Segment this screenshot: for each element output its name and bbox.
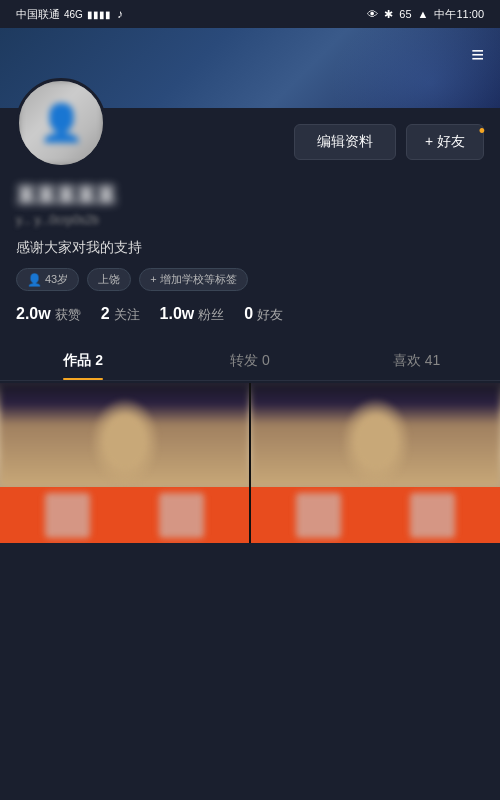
menu-icon[interactable]: ≡ (471, 42, 484, 68)
username-display: 某某某某某 (16, 182, 116, 209)
avatar-wrapper: 👤 (16, 78, 106, 168)
avatar-placeholder: 👤 (19, 81, 103, 165)
bio-section: 感谢大家对我的支持 (0, 227, 500, 258)
stat-following[interactable]: 2 关注 (101, 305, 140, 324)
person-icon: 👤 (27, 273, 42, 287)
profile-section: 👤 编辑资料 + 好友 (0, 108, 500, 168)
stat-fans[interactable]: 1.0w 粉丝 (160, 305, 225, 324)
tab-works[interactable]: 作品 2 (0, 342, 167, 380)
stat-likes[interactable]: 2.0w 获赞 (16, 305, 81, 324)
profile-top: 👤 编辑资料 + 好友 (16, 108, 484, 168)
eye-icon: 👁 (367, 8, 378, 20)
status-bar: 中国联通 46G ▮▮▮▮ ♪ 👁 ✱ 65 ▲ 中午11:00 (0, 0, 500, 28)
tabs-section: 作品 2 转发 0 喜欢 41 (0, 342, 500, 381)
tag-add-school[interactable]: + 增加学校等标签 (139, 268, 247, 291)
status-carrier: 中国联通 46G ▮▮▮▮ ♪ (16, 7, 123, 22)
tab-likes[interactable]: 喜欢 41 (333, 342, 500, 380)
tiktok-icon: ♪ (117, 7, 123, 21)
battery-indicator: 65 (399, 8, 411, 20)
avatar: 👤 (16, 78, 106, 168)
tab-reposts[interactable]: 转发 0 (167, 342, 334, 380)
bio-text: 感谢大家对我的支持 (16, 237, 484, 258)
profile-actions: 编辑资料 + 好友 (122, 124, 484, 160)
content-grid (0, 383, 500, 543)
username-section: 某某某某某 y... y...0crp0s2b (0, 182, 500, 227)
bluetooth-icon: ✱ (384, 8, 393, 21)
content-item-1[interactable] (0, 383, 249, 543)
add-friend-button[interactable]: + 好友 (406, 124, 484, 160)
time-display: 中午11:00 (434, 7, 484, 22)
signal-icon: ▲ (418, 8, 429, 20)
tag-location[interactable]: 上饶 (87, 268, 131, 291)
status-right: 👁 ✱ 65 ▲ 中午11:00 (367, 7, 484, 22)
stats-section: 2.0w 获赞 2 关注 1.0w 粉丝 0 好友 (0, 291, 500, 324)
tags-section: 👤 43岁 上饶 + 增加学校等标签 (0, 258, 500, 291)
tag-age[interactable]: 👤 43岁 (16, 268, 79, 291)
content-item-2[interactable] (251, 383, 500, 543)
stat-friends[interactable]: 0 好友 (244, 305, 283, 324)
user-id: y... y...0crp0s2b (16, 213, 484, 227)
edit-profile-button[interactable]: 编辑资料 (294, 124, 396, 160)
